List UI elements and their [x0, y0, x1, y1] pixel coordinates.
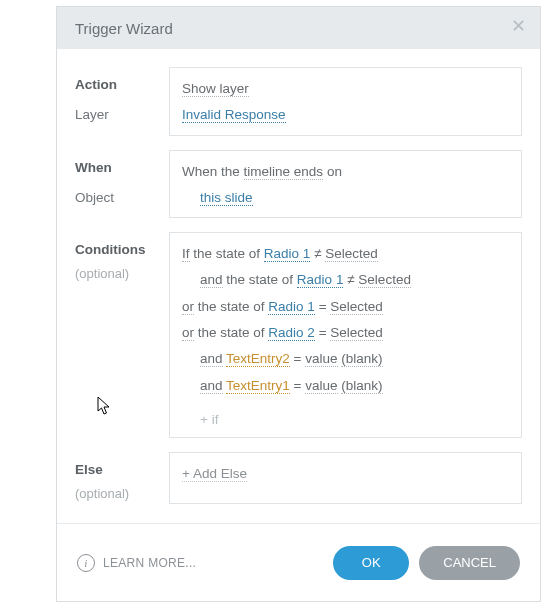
- layer-value[interactable]: Invalid Response: [182, 107, 286, 123]
- dialog-content: Action Layer Show layer Invalid Response…: [57, 49, 540, 523]
- action-values: Show layer Invalid Response: [169, 67, 522, 136]
- condition-type[interactable]: value: [305, 378, 337, 394]
- layer-label: Layer: [75, 105, 169, 125]
- section-when: When Object When the timeline ends on th…: [75, 150, 522, 219]
- condition-line: and the state of Radio 1 ≠ Selected: [182, 267, 509, 293]
- condition-value[interactable]: Selected: [330, 325, 383, 341]
- condition-variable[interactable]: TextEntry1: [226, 378, 290, 394]
- section-action: Action Layer Show layer Invalid Response: [75, 67, 522, 136]
- when-prefix: When the: [182, 164, 240, 179]
- condition-object[interactable]: Radio 1: [264, 246, 311, 262]
- dialog-footer: i LEARN MORE... OK CANCEL: [57, 523, 540, 601]
- when-label: When: [75, 158, 169, 178]
- conditions-optional: (optional): [75, 264, 169, 284]
- else-labels: Else (optional): [75, 452, 169, 504]
- condition-value[interactable]: (blank): [341, 378, 382, 394]
- condition-connector[interactable]: and: [200, 378, 223, 394]
- when-labels: When Object: [75, 150, 169, 219]
- object-label: Object: [75, 188, 169, 208]
- action-labels: Action Layer: [75, 67, 169, 136]
- section-else: Else (optional) + Add Else: [75, 452, 522, 504]
- else-optional: (optional): [75, 484, 169, 504]
- trigger-wizard-dialog: Trigger Wizard ✕ Action Layer Show layer…: [56, 6, 541, 602]
- action-label: Action: [75, 75, 169, 95]
- titlebar: Trigger Wizard ✕: [57, 7, 540, 49]
- when-object[interactable]: this slide: [200, 190, 253, 206]
- learn-more-text: LEARN MORE...: [103, 556, 196, 570]
- condition-connector[interactable]: If: [182, 246, 190, 262]
- add-if-button[interactable]: + if: [200, 412, 218, 427]
- condition-line: and TextEntry2 = value (blank): [182, 346, 509, 372]
- condition-connector[interactable]: or: [182, 299, 194, 315]
- condition-value[interactable]: (blank): [341, 351, 382, 367]
- action-value[interactable]: Show layer: [182, 81, 249, 97]
- when-values: When the timeline ends on this slide: [169, 150, 522, 219]
- section-conditions: Conditions (optional) If the state of Ra…: [75, 232, 522, 438]
- condition-type[interactable]: value: [305, 351, 337, 367]
- add-else-button[interactable]: + Add Else: [182, 466, 247, 482]
- condition-connector[interactable]: or: [182, 325, 194, 341]
- condition-variable[interactable]: TextEntry2: [226, 351, 290, 367]
- close-icon[interactable]: ✕: [511, 17, 526, 35]
- else-values: + Add Else: [169, 452, 522, 504]
- condition-object[interactable]: Radio 2: [268, 325, 315, 341]
- condition-connector[interactable]: and: [200, 272, 223, 288]
- conditions-labels: Conditions (optional): [75, 232, 169, 438]
- condition-object[interactable]: Radio 1: [297, 272, 344, 288]
- conditions-label: Conditions: [75, 240, 169, 260]
- condition-value[interactable]: Selected: [330, 299, 383, 315]
- conditions-values: If the state of Radio 1 ≠ Selectedand th…: [169, 232, 522, 438]
- ok-button[interactable]: OK: [333, 546, 409, 580]
- info-icon: i: [77, 554, 95, 572]
- else-label: Else: [75, 460, 169, 480]
- condition-line: or the state of Radio 1 = Selected: [182, 294, 509, 320]
- condition-line: and TextEntry1 = value (blank): [182, 373, 509, 399]
- condition-connector[interactable]: and: [200, 351, 223, 367]
- condition-value[interactable]: Selected: [325, 246, 378, 262]
- when-event[interactable]: timeline ends: [244, 164, 324, 180]
- condition-line: or the state of Radio 2 = Selected: [182, 320, 509, 346]
- dialog-title: Trigger Wizard: [75, 20, 173, 37]
- when-suffix: on: [327, 164, 342, 179]
- condition-value[interactable]: Selected: [358, 272, 411, 288]
- learn-more-link[interactable]: i LEARN MORE...: [77, 554, 196, 572]
- cancel-button[interactable]: CANCEL: [419, 546, 520, 580]
- condition-object[interactable]: Radio 1: [268, 299, 315, 315]
- condition-line: If the state of Radio 1 ≠ Selected: [182, 241, 509, 267]
